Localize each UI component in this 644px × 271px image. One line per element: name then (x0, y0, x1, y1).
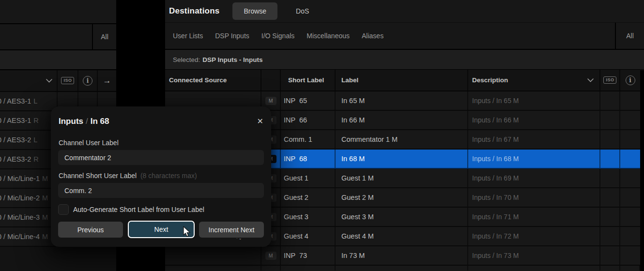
left-panel-all-tab[interactable]: All (92, 24, 116, 49)
table-row[interactable]: M INP 73 In 73 M Inputs / In 73 M (165, 246, 640, 266)
short-label-max-hint: (8 characters max) (140, 172, 197, 180)
chevron-down-icon[interactable] (46, 79, 52, 83)
iso-icon[interactable]: ISO (61, 77, 74, 84)
right-gutter (640, 70, 644, 271)
iso-cell (600, 208, 620, 226)
category-tabs: User Lists DSP Inputs I/O Signals Miscel… (165, 23, 644, 50)
source-label: 0 / AES3-2L (0, 131, 58, 149)
description-cell: Inputs / In 72 M (468, 227, 600, 245)
source-label: 0 / Mic/Line-2M (0, 189, 58, 207)
auto-generate-row: Auto-Generate Short Label from User Labe… (58, 204, 204, 215)
label-cell: In 66 M (336, 111, 468, 129)
monitor-badge-cell: M (261, 246, 281, 265)
table-row-partial (165, 266, 640, 271)
dialog-title-separator: / (83, 117, 91, 126)
left-panel-column-header: ISO i → (0, 70, 116, 92)
tab-io-signals[interactable]: I/O Signals (261, 32, 294, 40)
edit-label-dialog: Inputs/In 68 ✕ Channel User Label Commen… (51, 106, 271, 247)
description-cell: Inputs / In 69 M (468, 169, 600, 187)
previous-button[interactable]: Previous (58, 222, 123, 238)
source-label: 0 / AES3-2R (0, 150, 58, 168)
description-cell: Inputs / In 68 M (468, 150, 600, 168)
description-cell: Inputs / In 70 M (468, 188, 600, 207)
arrow-right-icon[interactable]: → (103, 76, 111, 85)
short-label-cell: INP 65 (281, 91, 336, 110)
iso-cell (600, 111, 620, 129)
short-label-cell: Guest 1 (281, 169, 336, 187)
short-label-cell: Guest 3 (281, 208, 336, 226)
source-label: 0 / Mic/Line-4M (0, 227, 58, 246)
tab-aliases[interactable]: Aliases (362, 32, 383, 40)
left-panel-filter-space (0, 24, 92, 49)
dos-tab[interactable]: DoS (296, 7, 309, 15)
left-sort-cell (0, 70, 58, 91)
iso-cell (600, 169, 620, 187)
browse-button[interactable]: Browse (232, 2, 277, 20)
short-label-cell: INP 68 (281, 150, 336, 168)
short-label-text: Channel Short User Label (59, 172, 137, 180)
info-cell (620, 227, 640, 245)
iso-icon[interactable]: ISO (603, 76, 616, 83)
channel-short-label-input[interactable]: Comm. 2 (58, 183, 264, 198)
dialog-title: Inputs/In 68 (59, 117, 109, 126)
description-cell: Inputs / In 71 M (468, 208, 600, 226)
left-panel-selected-bar (0, 50, 116, 70)
mouse-cursor (182, 226, 192, 240)
info-icon[interactable]: i (83, 76, 92, 86)
iso-cell (600, 246, 620, 265)
auto-generate-checkbox[interactable] (58, 204, 69, 215)
increment-next-button[interactable]: Increment Next (199, 222, 264, 238)
column-header-label: Label (336, 70, 468, 90)
destinations-header: Destinations Browse DoS (165, 0, 644, 23)
description-cell: Inputs / In 67 M (468, 130, 600, 149)
table-header: Connected Source Short Label Label Descr… (165, 70, 640, 91)
column-header-monitor (261, 70, 281, 90)
iso-cell (600, 188, 620, 207)
close-icon[interactable]: ✕ (257, 118, 263, 125)
page-title: Destinations (169, 6, 219, 16)
iso-cell (600, 150, 620, 168)
short-label-cell: Guest 4 (281, 227, 336, 245)
selected-prefix: Selected: (173, 56, 200, 63)
short-label-cell: Guest 2 (281, 188, 336, 207)
left-panel-filter-row: All (0, 24, 116, 50)
chevron-down-icon[interactable] (587, 78, 594, 82)
source-label: 0 / AES3-1L (0, 92, 58, 110)
description-header-label: Description (472, 76, 508, 84)
description-cell: Inputs / In 66 M (468, 111, 600, 129)
tab-miscellaneous[interactable]: Miscellaneous (307, 32, 350, 40)
left-arrow-header-cell: → (98, 70, 116, 91)
short-label-cell: INP 73 (281, 246, 336, 265)
dialog-title-group: Inputs (59, 117, 83, 126)
info-icon[interactable]: i (626, 75, 635, 85)
info-cell (620, 91, 640, 110)
tab-dsp-inputs[interactable]: DSP Inputs (215, 32, 249, 40)
info-cell (620, 208, 640, 226)
left-info-header-cell: i (78, 70, 98, 91)
label-cell: Commentator 1 M (336, 130, 468, 149)
source-label: 0 / Mic/Line-3M (0, 208, 58, 226)
label-cell: Guest 2 M (336, 188, 468, 207)
dialog-buttons: Previous Next Increment Next (58, 221, 264, 238)
column-header-connected-source: Connected Source (165, 70, 261, 90)
dialog-title-channel: In 68 (91, 117, 109, 126)
iso-cell (600, 91, 620, 110)
label-cell: Guest 3 M (336, 208, 468, 226)
dialog-titlebar: Inputs/In 68 ✕ (59, 117, 263, 126)
label-cell: In 73 M (336, 246, 468, 265)
dialog-edge-mark: ·⌄ (236, 236, 243, 241)
tab-all[interactable]: All (615, 23, 644, 49)
info-cell (620, 150, 640, 168)
app-window: All ISO i → 0 / AES3-1L 0 / AES3-1R (0, 0, 644, 271)
mono-badge: M (265, 97, 276, 105)
tab-user-lists[interactable]: User Lists (173, 32, 203, 40)
connected-source-cell (165, 246, 261, 265)
label-cell: Guest 4 M (336, 227, 468, 245)
label-cell: In 68 M (336, 150, 468, 168)
channel-user-label-input[interactable]: Commentator 2 (58, 150, 264, 165)
column-header-info: i (620, 70, 640, 90)
left-panel-header-block (0, 0, 116, 24)
iso-cell (600, 130, 620, 149)
iso-cell (600, 227, 620, 245)
short-label-field-label: Channel Short User Label (8 characters m… (59, 172, 197, 180)
